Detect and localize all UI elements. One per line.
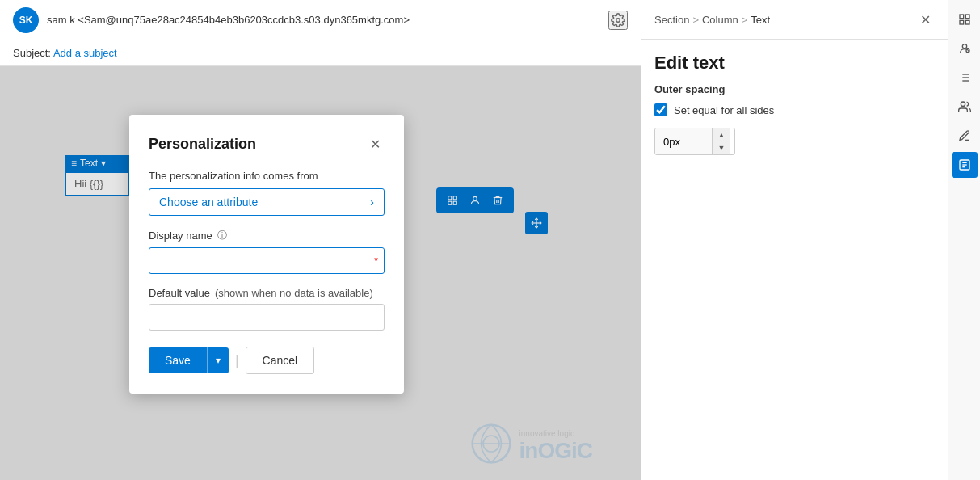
attribute-chevron-icon: › bbox=[370, 196, 374, 208]
attribute-placeholder-text: Choose an attribute bbox=[159, 196, 258, 208]
spacing-input[interactable] bbox=[655, 128, 712, 154]
cancel-button[interactable]: Cancel bbox=[246, 347, 315, 374]
modal-overlay: Personalization ✕ The personalization in… bbox=[0, 66, 641, 480]
icon-toolbar-grid-btn[interactable] bbox=[952, 6, 978, 32]
icon-toolbar bbox=[948, 0, 980, 480]
spacing-input-row: ▲ ▼ bbox=[654, 128, 935, 155]
spinner-down-button[interactable]: ▼ bbox=[713, 141, 730, 154]
user-info: sam k <Sam@unq75ae28ac24854b4eb3b6203ccd… bbox=[47, 14, 608, 26]
default-value-description: (shown when no data is available) bbox=[215, 287, 373, 299]
outer-spacing-label: Outer spacing bbox=[654, 83, 935, 95]
equal-sides-row: Set equal for all sides bbox=[654, 103, 935, 116]
subject-bar: Subject: Add a subject bbox=[0, 40, 641, 66]
modal-footer: Save ▾ | Cancel bbox=[149, 347, 385, 374]
breadcrumb-sep-2: > bbox=[742, 14, 748, 26]
modal-header: Personalization ✕ bbox=[149, 134, 385, 154]
attribute-section-label: The personalization info comes from bbox=[149, 170, 385, 182]
svg-rect-12 bbox=[965, 15, 969, 19]
breadcrumb-sep-1: > bbox=[692, 14, 699, 26]
subject-label: Subject: bbox=[13, 47, 51, 59]
breadcrumb-section: Section bbox=[654, 14, 689, 26]
breadcrumb-column: Column bbox=[702, 14, 738, 26]
personalization-modal: Personalization ✕ The personalization in… bbox=[129, 115, 404, 394]
icon-toolbar-list-btn[interactable] bbox=[952, 65, 978, 91]
icon-toolbar-personalize-btn[interactable] bbox=[952, 36, 978, 61]
panel-title: Edit text bbox=[641, 40, 948, 83]
svg-point-25 bbox=[961, 102, 965, 106]
svg-rect-13 bbox=[965, 20, 969, 24]
icon-toolbar-text-btn[interactable] bbox=[952, 152, 978, 178]
spinner-up-button[interactable]: ▲ bbox=[713, 128, 730, 141]
default-value-input[interactable] bbox=[149, 304, 385, 331]
svg-rect-14 bbox=[960, 20, 964, 24]
equal-sides-label: Set equal for all sides bbox=[674, 104, 774, 116]
user-name: sam k bbox=[47, 14, 75, 26]
display-name-label: Display name ⓘ bbox=[149, 229, 385, 242]
add-subject-link[interactable]: Add a subject bbox=[53, 47, 117, 59]
divider: | bbox=[235, 352, 239, 369]
save-dropdown-button[interactable]: ▾ bbox=[207, 347, 229, 373]
svg-rect-11 bbox=[960, 15, 964, 19]
top-bar: SK sam k <Sam@unq75ae28ac24854b4eb3b6203… bbox=[0, 0, 641, 40]
spinner-buttons: ▲ ▼ bbox=[712, 128, 730, 154]
settings-button[interactable] bbox=[608, 11, 628, 30]
panel-content: Outer spacing Set equal for all sides ▲ … bbox=[641, 83, 948, 480]
equal-sides-checkbox[interactable] bbox=[654, 103, 667, 116]
display-name-input[interactable] bbox=[149, 247, 385, 274]
modal-title: Personalization bbox=[149, 136, 256, 153]
required-indicator: * bbox=[374, 255, 378, 267]
svg-point-0 bbox=[616, 18, 620, 22]
display-name-info-icon: ⓘ bbox=[217, 229, 227, 242]
display-name-wrapper: * bbox=[149, 247, 385, 274]
save-btn-group: Save ▾ bbox=[149, 347, 229, 373]
save-button[interactable]: Save bbox=[149, 347, 207, 373]
modal-close-button[interactable]: ✕ bbox=[365, 134, 385, 154]
attribute-selector[interactable]: Choose an attribute › bbox=[149, 188, 385, 216]
default-value-label: Default value (shown when no data is ava… bbox=[149, 287, 385, 299]
spacing-input-wrapper: ▲ ▼ bbox=[654, 128, 735, 155]
icon-toolbar-users-btn[interactable] bbox=[952, 94, 978, 120]
breadcrumb: Section > Column > Text bbox=[654, 14, 770, 26]
breadcrumb-current: Text bbox=[751, 14, 770, 26]
avatar: SK bbox=[13, 7, 39, 33]
right-panel-header: Section > Column > Text ✕ bbox=[641, 0, 948, 40]
canvas-area: ≡ Text ▾ Hii {{}} bbox=[0, 66, 641, 480]
panel-close-button[interactable]: ✕ bbox=[915, 10, 935, 29]
svg-point-15 bbox=[962, 44, 966, 48]
user-email: <Sam@unq75ae28ac24854b4eb3b6203ccdcb3.s0… bbox=[78, 14, 410, 26]
icon-toolbar-pencil-btn[interactable] bbox=[952, 123, 978, 149]
right-panel: Section > Column > Text ✕ Edit text Oute… bbox=[641, 0, 948, 480]
